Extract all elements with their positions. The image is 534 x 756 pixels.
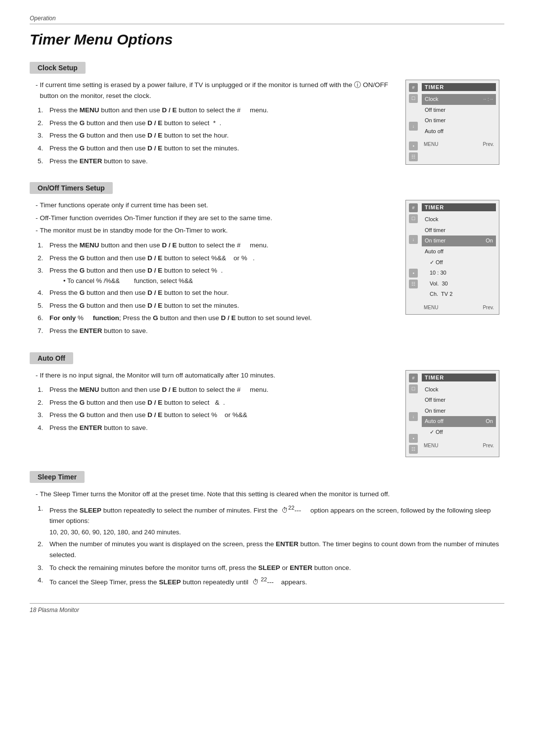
sleep-step-2: 2. When the number of minutes you want i… — [38, 539, 504, 560]
auto-off-steps: 1. Press the MENU button and then use D … — [38, 384, 394, 433]
footer-text: 18 Plasma Monitor — [30, 607, 504, 614]
sleep-steps: 1. Press the SLEEP button repeatedly to … — [38, 503, 504, 587]
on-off-content: - Timer functions operate only if curren… — [30, 200, 504, 338]
timer-icon-square-2: ☐ — [409, 214, 418, 223]
timer-row-on-2: On timer On — [422, 236, 496, 246]
sleep-bullet-1: - The Sleep Timer turns the Monitor off … — [36, 489, 504, 500]
sleep-timer-section: Sleep Timer - The Sleep Timer turns the … — [30, 471, 504, 588]
sleep-step-4: 4. To cancel the Sleep Timer, press the … — [38, 575, 504, 587]
timer-icon-hash-3: # — [409, 374, 418, 382]
auto-off-step-4: 4. Press the ENTER button to save. — [38, 423, 394, 433]
on-off-step-4: 4. Press the G button and then use D / E… — [38, 287, 394, 298]
timer-row-auto-2: Auto off — [422, 246, 496, 257]
on-off-bullet-3: - The monitor must be in standby mode fo… — [36, 225, 394, 236]
timer-icon-arrow-2: ↓ — [409, 235, 418, 244]
auto-off-step-1: 1. Press the MENU button and then use D … — [38, 384, 394, 395]
on-off-timer-ui: # ☐ ↓ ▪ ☷ TIMER Clock — [405, 200, 504, 338]
timer-footer-1: MENU Prev. — [422, 141, 496, 148]
timer-icon-arrow-3: ↓ — [409, 412, 418, 421]
timer-icon-hash-2: # — [409, 203, 418, 212]
clock-steps: 1. Press the MENU button and then use D … — [38, 105, 394, 166]
timer-icon-square: ☐ — [409, 94, 418, 103]
timer-icon-dots-3: ▪ — [409, 434, 418, 443]
timer-title-1: TIMER — [422, 83, 496, 91]
timer-title-3: TIMER — [422, 374, 496, 381]
timer-row-clock: Clock ·· : ·· — [422, 94, 496, 105]
on-off-step-3: 3. Press the G button and then use D / E… — [38, 265, 394, 285]
timer-icon-menu-3: ☷ — [409, 445, 418, 454]
timer-row-check-off-2: ✓ Off — [422, 257, 496, 268]
clock-step-1: 1. Press the MENU button and then use D … — [38, 105, 394, 116]
clock-intro: - If current time setting is erased by a… — [36, 80, 394, 101]
page-container: Operation Timer Menu Options Clock Setup… — [0, 0, 534, 633]
auto-off-text: - If there is no input signal, the Monit… — [30, 370, 394, 457]
page-title: Timer Menu Options — [30, 31, 504, 48]
auto-off-step-3: 3. Press the G button and then use D / E… — [38, 410, 394, 421]
timer-icon-dots: ▪ — [409, 142, 418, 150]
sleep-step-1: 1. Press the SLEEP button repeatedly to … — [38, 503, 504, 537]
sleep-timer-heading: Sleep Timer — [30, 471, 85, 483]
auto-off-bullet-1: - If there is no input signal, the Monit… — [36, 370, 394, 381]
on-off-step-2: 2. Press the G button and then use D / E… — [38, 253, 394, 264]
clock-step-3: 3. Press the G button and then use D / E… — [38, 130, 394, 141]
timer-icon-menu: ☷ — [409, 152, 418, 161]
auto-off-step-2: 2. Press the G button and then use D / E… — [38, 397, 394, 408]
timer-row-clock-2: Clock — [422, 214, 496, 225]
timer-footer-2: MENU Prev. — [422, 304, 496, 311]
on-off-bullet-2: - Off-Timer function overrides On-Timer … — [36, 213, 394, 224]
clock-timer-ui: # ☐ ↓ ▪ ☷ TIMER Clock ·· : — [405, 80, 504, 168]
operation-label: Operation — [30, 15, 504, 22]
timer-row-auto-3: Auto off On — [422, 416, 496, 427]
timer-icon-hash: # — [409, 83, 418, 92]
clock-intro-text: If current time setting is erased by a p… — [40, 80, 394, 101]
timer-title-2: TIMER — [422, 203, 496, 211]
clock-setup-text: - If current time setting is erased by a… — [30, 80, 394, 168]
on-off-bullet-1: - Timer functions operate only if curren… — [36, 200, 394, 211]
timer-ui-1: # ☐ ↓ ▪ ☷ TIMER Clock ·· : — [405, 80, 499, 165]
timer-icon-arrow: ↓ — [409, 122, 418, 131]
on-off-step-6: 6. For only % function; Press the G butt… — [38, 313, 394, 324]
auto-off-timer-ui: # ☐ ↓ ▪ ☷ TIMER Clock — [405, 370, 504, 457]
clock-setup-section: Clock Setup - If current time setting is… — [30, 62, 504, 168]
clock-setup-content: - If current time setting is erased by a… — [30, 80, 504, 168]
timer-row-check-off-3: ✓ Off — [422, 427, 496, 438]
timer-icon-dots-2: ▪ — [409, 269, 418, 278]
auto-off-content: - If there is no input signal, the Monit… — [30, 370, 504, 457]
timer-row-off-2: Off timer — [422, 225, 496, 236]
timer-row-auto: Auto off — [422, 126, 496, 137]
timer-ui-2: # ☐ ↓ ▪ ☷ TIMER Clock — [405, 200, 499, 315]
on-off-timers-heading: On/Off Timers Setup — [30, 182, 113, 194]
timer-row-on: On timer — [422, 115, 496, 126]
clock-setup-heading: Clock Setup — [30, 62, 86, 74]
timer-row-vol-2: Vol. 30 — [422, 279, 496, 289]
clock-step-4: 4. Press the G button and then use D / E… — [38, 143, 394, 154]
timer-row-time-2: 10 : 30 — [422, 268, 496, 279]
timer-row-off: Off timer — [422, 105, 496, 116]
auto-off-heading: Auto Off — [30, 352, 73, 364]
on-off-step-1: 1. Press the MENU button and then use D … — [38, 240, 394, 251]
footer-divider — [30, 603, 504, 604]
on-off-step-5: 5. Press the G button and then use D / E… — [38, 300, 394, 311]
on-off-timers-section: On/Off Timers Setup - Timer functions op… — [30, 182, 504, 338]
auto-off-section: Auto Off - If there is no input signal, … — [30, 352, 504, 457]
sleep-step-3: 3. To check the remaining minutes before… — [38, 563, 504, 573]
timer-icon-square-3: ☐ — [409, 384, 418, 393]
timer-row-on-3: On timer — [422, 406, 496, 417]
on-off-steps: 1. Press the MENU button and then use D … — [38, 240, 394, 336]
top-divider — [30, 24, 504, 24]
timer-footer-3: MENU Prev. — [422, 442, 496, 449]
on-off-step-7: 7. Press the ENTER button to save. — [38, 326, 394, 336]
timer-row-off-3: Off timer — [422, 395, 496, 406]
sleep-timer-text: - The Sleep Timer turns the Monitor off … — [30, 489, 504, 588]
timer-row-ch-2: Ch. TV 2 — [422, 289, 496, 300]
timer-icon-menu-2: ☷ — [409, 280, 418, 288]
on-off-text: - Timer functions operate only if curren… — [30, 200, 394, 338]
timer-row-clock-3: Clock — [422, 384, 496, 395]
timer-ui-3: # ☐ ↓ ▪ ☷ TIMER Clock — [405, 370, 499, 457]
clock-step-2: 2. Press the G button and then use D / E… — [38, 118, 394, 129]
clock-step-5: 5. Press the ENTER button to save. — [38, 156, 394, 167]
